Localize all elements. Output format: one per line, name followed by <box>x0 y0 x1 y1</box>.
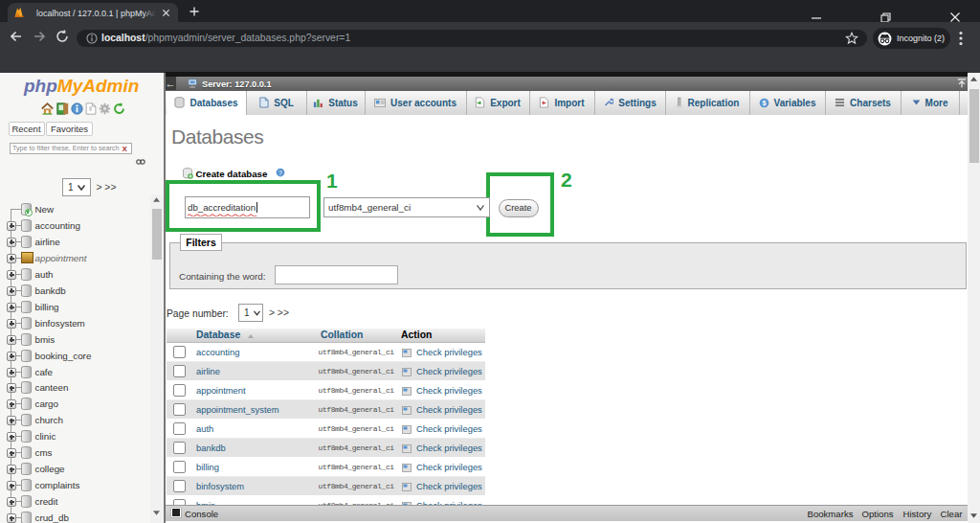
svg-text:?: ? <box>278 170 282 176</box>
svg-text:$: $ <box>762 99 766 107</box>
